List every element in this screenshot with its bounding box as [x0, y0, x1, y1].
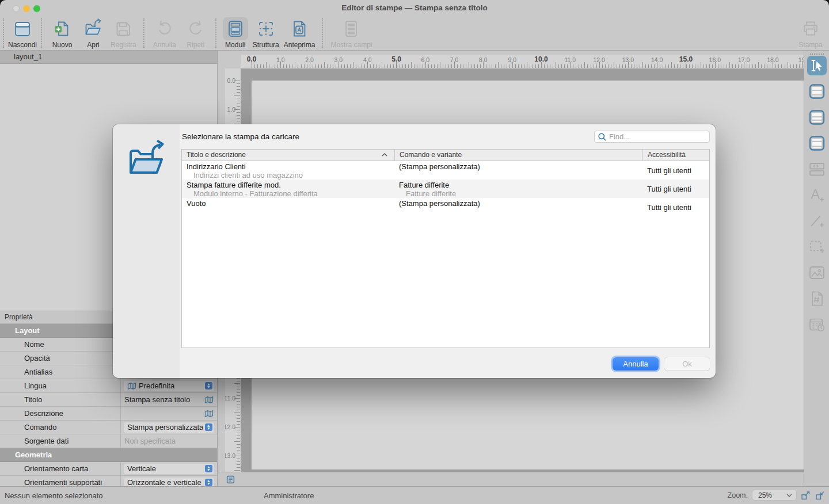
zoom-label: Zoom:	[728, 491, 748, 499]
window-title: Editor di stampe — Stampa senza titolo	[0, 3, 829, 12]
property-row-sorgente-dati: Sorgente dati Non specificata	[0, 434, 217, 448]
orientamento-carta-popup[interactable]: Verticale	[121, 462, 217, 476]
localization-icon	[204, 410, 214, 418]
modules-icon	[225, 18, 246, 40]
app-window: Editor di stampe — Stampa senza titolo N…	[0, 0, 829, 504]
save-icon	[112, 18, 134, 40]
property-row-comando: Comando Stampa personalizzata	[0, 421, 217, 434]
sorgente-dati-field[interactable]: Non specificata	[121, 434, 217, 448]
image-tool[interactable]	[807, 263, 827, 282]
localization-icon	[127, 382, 136, 390]
new-button[interactable]: Nuovo	[50, 17, 75, 49]
property-row-orientamenti-supportati: Orientamenti supportati Orizzontale e ve…	[0, 476, 217, 486]
dialog-title: Selezionare la stampa da caricare	[182, 132, 299, 141]
code-band-icon	[807, 159, 827, 179]
comando-popup[interactable]: Stampa personalizzata	[121, 421, 217, 434]
rectangle-tool[interactable]	[807, 237, 827, 257]
band-tool-a[interactable]	[807, 82, 827, 101]
palette-drag-handle[interactable]	[810, 54, 824, 55]
current-user: Amministratore	[264, 491, 314, 500]
sort-ascending-icon	[382, 153, 387, 156]
table-row[interactable]: Vuoto (Stampa personalizzata) Tutti gli …	[182, 198, 709, 216]
page-number-tool[interactable]	[807, 289, 827, 308]
tool-palette	[804, 51, 829, 486]
property-row-descrizione: Descrizione	[0, 407, 217, 421]
add-line-icon	[807, 211, 827, 231]
column-header-title[interactable]: Titolo e descrizione	[182, 150, 394, 161]
titolo-field[interactable]: Stampa senza titolo	[121, 393, 217, 407]
property-row-lingua: Lingua Predefinita	[0, 379, 217, 393]
chevron-down-icon	[786, 494, 792, 497]
add-rectangle-icon	[807, 237, 827, 257]
structure-icon	[255, 18, 277, 40]
orientamenti-supportati-popup[interactable]: Orizzontale e verticale	[121, 476, 217, 486]
open-folder-icon	[123, 137, 171, 185]
popup-arrows-icon	[205, 479, 212, 486]
undo-button[interactable]: Annulla	[152, 17, 177, 49]
select-tool[interactable]	[807, 56, 827, 75]
descrizione-field[interactable]	[121, 407, 217, 421]
bands-icon	[807, 82, 827, 101]
open-folder-icon	[82, 18, 104, 40]
layout-tab[interactable]: layout_1	[0, 51, 217, 64]
toolbar-separator	[3, 18, 4, 48]
table-row[interactable]: Stampa fatture differite mod. Modulo int…	[182, 180, 709, 198]
show-fields-icon	[340, 18, 362, 40]
localization-icon	[204, 396, 214, 404]
hide-panel-icon	[12, 18, 33, 40]
hide-panels-button[interactable]: Nascondi	[8, 17, 37, 49]
horizontal-ruler: 0.0 1.0 2.0 3.0 4.0 5.0 6.0 7.0 8.0 9.0 …	[241, 55, 804, 68]
popup-arrows-icon	[205, 465, 212, 472]
structure-view-button[interactable]: Struttura	[253, 17, 279, 49]
new-document-icon	[51, 18, 73, 40]
band-tool-b[interactable]	[807, 108, 827, 127]
text-tool[interactable]	[807, 185, 827, 205]
toolbar-separator	[322, 18, 323, 48]
selection-status: Nessun elemento selezionato	[5, 491, 103, 500]
cancel-button[interactable]: Annulla	[613, 357, 659, 371]
property-row-orientamento-carta: Orientamento carta Verticale	[0, 462, 217, 476]
save-button[interactable]: Registra	[111, 17, 136, 49]
band-tool-c[interactable]	[807, 133, 827, 153]
undo-icon	[154, 18, 176, 40]
table-header: Titolo e descrizione Comando e variante …	[182, 150, 709, 161]
property-row-titolo: Titolo Stampa senza titolo	[0, 393, 217, 407]
titlebar: Editor di stampe — Stampa senza titolo	[0, 0, 829, 16]
column-header-access[interactable]: Accessibilità	[642, 150, 709, 161]
cursor-icon	[807, 56, 827, 75]
table-row[interactable]: Indirizzario Clienti Indirizzi clienti a…	[182, 161, 709, 180]
calendar-clock-icon	[807, 315, 827, 334]
column-header-command[interactable]: Comando e variante	[394, 150, 642, 161]
zoom-select[interactable]: 25%	[752, 490, 797, 501]
zoom-fit-expand-button[interactable]	[801, 491, 811, 500]
search-field[interactable]	[594, 131, 710, 143]
zoom-fit-shrink-button[interactable]	[815, 491, 826, 500]
ok-button[interactable]: Ok	[664, 357, 710, 371]
prints-table: Titolo e descrizione Comando e variante …	[181, 149, 710, 348]
dialog-icon-panel	[113, 124, 180, 378]
page-tab-icon[interactable]	[226, 475, 235, 484]
show-fields-button[interactable]: Mostra campi	[330, 17, 372, 49]
open-button[interactable]: Apri	[81, 17, 106, 49]
line-tool[interactable]	[807, 211, 827, 231]
preview-view-button[interactable]: Anteprima	[284, 17, 315, 49]
print-button[interactable]: Stampa	[798, 17, 823, 49]
image-icon	[807, 263, 827, 282]
toolbar-separator	[143, 18, 144, 48]
popup-arrows-icon	[205, 382, 212, 390]
popup-arrows-icon	[205, 423, 212, 431]
bands-icon	[807, 108, 827, 127]
main-toolbar: Nascondi Nuovo Apri	[0, 16, 829, 51]
print-icon	[800, 18, 822, 40]
add-text-icon	[807, 185, 827, 205]
redo-button[interactable]: Ripeti	[183, 17, 208, 49]
section-geometria[interactable]: Geometria	[0, 448, 217, 462]
lingua-popup[interactable]: Predefinita	[121, 379, 217, 393]
datetime-tool[interactable]	[807, 315, 827, 334]
html-band-tool[interactable]	[807, 159, 827, 179]
modules-view-button[interactable]: Moduli	[223, 17, 248, 49]
search-input[interactable]	[594, 131, 710, 143]
search-icon	[598, 132, 607, 142]
status-bar: Nessun elemento selezionato Amministrato…	[0, 486, 829, 504]
preview-icon	[288, 18, 310, 40]
